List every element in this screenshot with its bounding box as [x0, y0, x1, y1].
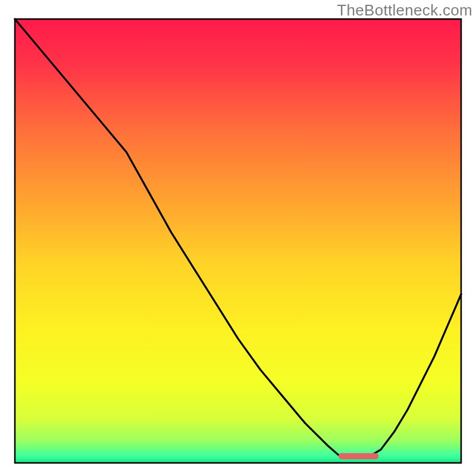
chart-container: { "watermark": "TheBottleneck.com", "plo…	[0, 0, 476, 476]
optimal-marker	[339, 453, 379, 459]
gradient-background	[15, 19, 461, 463]
watermark-text: TheBottleneck.com	[337, 1, 472, 20]
bottleneck-chart	[0, 0, 476, 476]
